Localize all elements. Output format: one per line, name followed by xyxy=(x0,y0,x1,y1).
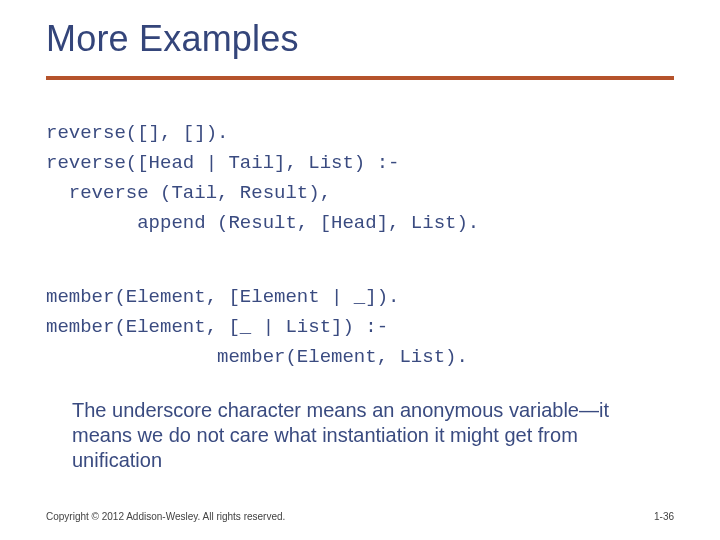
code-block-member: member(Element, [Element | _]). member(E… xyxy=(46,282,468,372)
code-block-reverse: reverse([], []). reverse([Head | Tail], … xyxy=(46,118,479,238)
body-text: The underscore character means an anonym… xyxy=(72,398,662,473)
slide-title: More Examples xyxy=(46,18,299,60)
slide: More Examples reverse([], []). reverse([… xyxy=(0,0,720,540)
title-rule xyxy=(46,76,674,80)
page-number: 1-36 xyxy=(654,511,674,522)
copyright-text: Copyright © 2012 Addison-Wesley. All rig… xyxy=(46,511,285,522)
